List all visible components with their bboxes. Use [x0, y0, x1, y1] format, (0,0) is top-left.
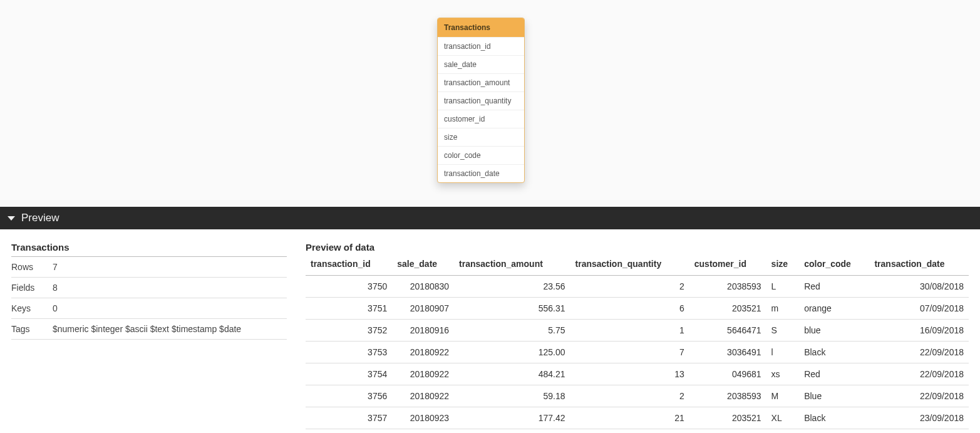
table-card-title[interactable]: Transactions	[438, 18, 524, 37]
table-card-field[interactable]: transaction_id	[438, 37, 524, 55]
table-card-field[interactable]: transaction_date	[438, 164, 524, 182]
table-cell: 125.00	[454, 342, 570, 363]
table-cell: Blue	[799, 385, 869, 407]
table-cell: 203521	[689, 407, 766, 429]
table-card-field[interactable]: transaction_quantity	[438, 91, 524, 110]
meta-label: Tags	[11, 324, 53, 334]
table-cell: S	[766, 320, 800, 342]
meta-value: 8	[53, 283, 287, 293]
table-column-header[interactable]: transaction_amount	[454, 255, 570, 276]
table-cell: L	[766, 276, 800, 298]
table-cell: 16/09/2018	[869, 320, 969, 342]
meta-label: Rows	[11, 262, 53, 272]
table-cell: 6	[570, 298, 689, 320]
table-cell: 20180830	[392, 276, 454, 298]
table-cell: m	[766, 298, 800, 320]
table-cell: Red	[799, 276, 869, 298]
table-cell: 3750	[306, 276, 392, 298]
table-cell: 2	[570, 276, 689, 298]
data-title: Preview of data	[306, 242, 969, 253]
table-row[interactable]: 375120180907556.316203521morange07/09/20…	[306, 298, 969, 320]
table-cell: 20180922	[392, 363, 454, 385]
meta-row-keys: Keys 0	[11, 298, 287, 319]
preview-toggle-bar[interactable]: Preview	[0, 207, 980, 229]
table-cell: 22/09/2018	[869, 363, 969, 385]
table-row[interactable]: 3752201809165.7515646471Sblue16/09/2018	[306, 320, 969, 342]
meta-row-rows: Rows 7	[11, 257, 287, 278]
table-cell: 3757	[306, 407, 392, 429]
table-cell: 20180922	[392, 342, 454, 363]
table-cell: 23.56	[454, 276, 570, 298]
table-column-header[interactable]: transaction_id	[306, 255, 392, 276]
table-cell: 177.42	[454, 407, 570, 429]
table-cell: 59.18	[454, 385, 570, 407]
table-row[interactable]: 375420180922484.2113049681xsRed22/09/201…	[306, 363, 969, 385]
table-cell: 20180907	[392, 298, 454, 320]
table-cell: 3754	[306, 363, 392, 385]
table-card-field[interactable]: sale_date	[438, 55, 524, 73]
model-canvas[interactable]: Transactions transaction_idsale_datetran…	[0, 0, 980, 207]
meta-row-tags: Tags $numeric $integer $ascii $text $tim…	[11, 319, 287, 340]
table-column-header[interactable]: transaction_quantity	[570, 255, 689, 276]
data-table: transaction_idsale_datetransaction_amoun…	[306, 255, 969, 429]
table-cell: 20180922	[392, 385, 454, 407]
meta-title: Transactions	[11, 242, 287, 257]
table-cell: 20180923	[392, 407, 454, 429]
table-cell: 556.31	[454, 298, 570, 320]
meta-row-fields: Fields 8	[11, 278, 287, 298]
table-cell: M	[766, 385, 800, 407]
meta-value: 7	[53, 262, 287, 272]
preview-bar-label: Preview	[21, 212, 59, 224]
table-cell: blue	[799, 320, 869, 342]
table-cell: 484.21	[454, 363, 570, 385]
table-cell: 1	[570, 320, 689, 342]
table-cell: 7	[570, 342, 689, 363]
table-cell: 22/09/2018	[869, 342, 969, 363]
table-cell: 13	[570, 363, 689, 385]
meta-value: $numeric $integer $ascii $text $timestam…	[53, 324, 287, 334]
table-cell: 2038593	[689, 385, 766, 407]
table-cell: XL	[766, 407, 800, 429]
table-cell: 22/09/2018	[869, 385, 969, 407]
table-cell: 2	[570, 385, 689, 407]
table-row[interactable]: 375720180923177.4221203521XLBlack23/09/2…	[306, 407, 969, 429]
meta-panel: Transactions Rows 7 Fields 8 Keys 0 Tags…	[11, 242, 287, 429]
table-cell: Red	[799, 363, 869, 385]
table-cell: 5.75	[454, 320, 570, 342]
table-card-field[interactable]: size	[438, 128, 524, 146]
table-cell: 3756	[306, 385, 392, 407]
table-cell: 21	[570, 407, 689, 429]
table-row[interactable]: 375320180922125.0073036491lBlack22/09/20…	[306, 342, 969, 363]
table-column-header[interactable]: transaction_date	[869, 255, 969, 276]
table-cell: Black	[799, 407, 869, 429]
table-cell: 203521	[689, 298, 766, 320]
table-cell: 30/08/2018	[869, 276, 969, 298]
table-card-field[interactable]: transaction_amount	[438, 73, 524, 91]
table-cell: xs	[766, 363, 800, 385]
table-cell: 5646471	[689, 320, 766, 342]
table-header-row: transaction_idsale_datetransaction_amoun…	[306, 255, 969, 276]
meta-value: 0	[53, 303, 287, 313]
table-column-header[interactable]: color_code	[799, 255, 869, 276]
table-column-header[interactable]: size	[766, 255, 800, 276]
table-cell: 23/09/2018	[869, 407, 969, 429]
table-column-header[interactable]: customer_id	[689, 255, 766, 276]
data-panel: Preview of data transaction_idsale_datet…	[306, 242, 969, 429]
meta-label: Keys	[11, 303, 53, 313]
table-cell: 3752	[306, 320, 392, 342]
table-card-transactions[interactable]: Transactions transaction_idsale_datetran…	[437, 18, 525, 183]
table-cell: 07/09/2018	[869, 298, 969, 320]
table-cell: orange	[799, 298, 869, 320]
table-cell: 20180916	[392, 320, 454, 342]
table-cell: 2038593	[689, 276, 766, 298]
table-column-header[interactable]: sale_date	[392, 255, 454, 276]
table-card-field[interactable]: color_code	[438, 146, 524, 164]
table-row[interactable]: 37562018092259.1822038593MBlue22/09/2018	[306, 385, 969, 407]
meta-label: Fields	[11, 283, 53, 293]
table-cell: 3753	[306, 342, 392, 363]
table-cell: 3751	[306, 298, 392, 320]
table-card-field[interactable]: customer_id	[438, 110, 524, 128]
preview-body: Transactions Rows 7 Fields 8 Keys 0 Tags…	[0, 229, 980, 433]
table-row[interactable]: 37502018083023.5622038593LRed30/08/2018	[306, 276, 969, 298]
table-cell: l	[766, 342, 800, 363]
